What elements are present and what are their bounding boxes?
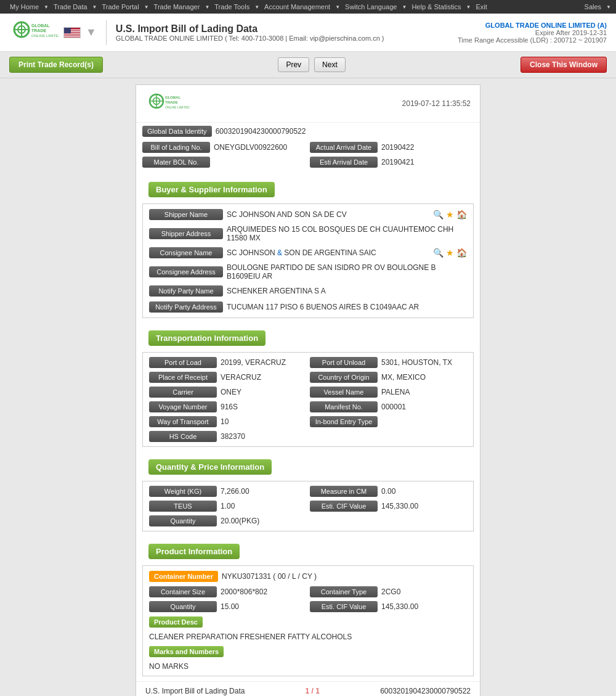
nav-my-home[interactable]: My Home — [5, 3, 44, 10]
us-flag — [63, 27, 81, 38]
bol-row: Bill of Lading No. ONEYGDLV00922600 Actu… — [136, 140, 480, 155]
place-of-receipt-label: Place of Receipt — [149, 372, 217, 383]
buyer-supplier-section: Buyer & Supplier Information — [142, 176, 474, 200]
svg-rect-14 — [64, 28, 71, 33]
quantity-price-section: Quantity & Price Information — [142, 453, 474, 478]
quantity-label: Quantity — [149, 515, 217, 526]
port-of-load-label: Port of Load — [149, 357, 217, 368]
voyage-number-value: 916S — [221, 403, 306, 411]
container-type-col: Container Type 2CG0 — [310, 586, 467, 597]
nav-trade-portal[interactable]: Trade Portal — [97, 3, 144, 10]
nav-trade-data[interactable]: Trade Data — [49, 3, 92, 10]
search-icon[interactable]: 🔍 — [433, 210, 444, 219]
next-button-top[interactable]: Next — [314, 57, 346, 72]
nav-trade-tools[interactable]: Trade Tools — [209, 3, 254, 10]
container-size-col: Container Size 2000*806*802 — [149, 586, 306, 597]
marks-value-row: NO MARKS — [143, 660, 473, 673]
document-area: GLOBAL TRADE ONLINE LIMITED 2019-07-12 1… — [0, 78, 616, 696]
page-title: U.S. Import Bill of Lading Data — [116, 23, 384, 35]
shipper-address-label: Shipper Address — [149, 228, 223, 239]
port-of-unload-label: Port of Unload — [310, 357, 378, 368]
nav-trade-manager[interactable]: Trade Manager — [149, 3, 205, 10]
notify-party-name-value: SCHENKER ARGENTINA S A — [227, 287, 467, 295]
container-number-row: Container Number NYKU3071331 ( 00 / L / … — [143, 568, 473, 584]
header-divider — [106, 20, 107, 45]
in-bond-entry-label: In-bond Entry Type — [310, 416, 378, 427]
esti-cif-col: Esti. CIF Value 145,330.00 — [310, 501, 467, 512]
vessel-name-col: Vessel Name PALENA — [310, 387, 467, 398]
print-button-top[interactable]: Print Trade Record(s) — [9, 57, 103, 73]
port-of-load-value: 20199, VERACRUZ — [221, 358, 306, 367]
carrier-value: ONEY — [221, 388, 306, 396]
header-bar: GLOBAL TRADE ONLINE LIMITED ▼ U.S. Impor… — [0, 14, 616, 52]
global-data-identity-value: 6003201904230000790522 — [216, 127, 474, 136]
country-of-origin-value: MX, MEXICO — [381, 373, 467, 382]
record-footer-id: 6003201904230000790522 — [380, 687, 471, 695]
place-of-receipt-value: VERACRUZ — [221, 373, 306, 382]
mater-bol-row: Mater BOL No. Esti Arrival Date 20190421 — [136, 155, 480, 170]
buyer-supplier-container: Shipper Name SC JOHNSON AND SON SA DE CV… — [142, 203, 474, 318]
marks-label-row: Marks and Numbers — [143, 644, 473, 660]
hs-code-row: HS Code 382370 — [143, 429, 473, 444]
way-of-transport-col: Way of Transport 10 — [149, 416, 306, 427]
product-cif-col: Esti. CIF Value 145,330.00 — [310, 601, 467, 612]
consignee-name-value: SC JOHNSON & SON DE ARGENTINA SAIC — [227, 248, 429, 257]
transportation-section: Transportation Information — [142, 324, 474, 349]
nav-help-statistics[interactable]: Help & Statistics — [407, 3, 466, 10]
container-size-value: 2000*806*802 — [221, 588, 306, 596]
in-bond-col: In-bond Entry Type — [310, 416, 467, 427]
star-icon[interactable]: ★ — [446, 210, 454, 219]
consignee-icons: 🔍 ★ 🏠 — [433, 248, 467, 258]
weight-value: 7,266.00 — [221, 487, 306, 496]
logo-area: GLOBAL TRADE ONLINE LIMITED ▼ — [9, 18, 97, 46]
svg-rect-12 — [64, 35, 81, 35]
nav-exit[interactable]: Exit — [471, 3, 492, 10]
esti-arrival-label: Esti Arrival Date — [310, 157, 378, 168]
product-section: Product Information — [142, 538, 474, 562]
flag-dropdown-icon[interactable]: ▼ — [86, 26, 97, 39]
consignee-address-value: BOULOGNE PARTIDO DE SAN ISIDRO PR OV BOU… — [227, 263, 467, 280]
product-esti-cif-label: Esti. CIF Value — [310, 601, 378, 612]
transport-inbond-row: Way of Transport 10 In-bond Entry Type — [143, 414, 473, 429]
carrier-vessel-row: Carrier ONEY Vessel Name PALENA — [143, 385, 473, 399]
shipper-name-value: SC JOHNSON AND SON SA DE CV — [227, 210, 429, 219]
manifest-no-value: 000001 — [381, 403, 467, 411]
container-number-label: Container Number — [149, 571, 218, 582]
bol-no-label: Bill of Lading No. — [142, 142, 210, 153]
notify-party-name-row: Notify Party Name SCHENKER ARGENTINA S A — [143, 283, 473, 299]
product-esti-cif-value: 145,330.00 — [381, 602, 467, 611]
home-icon[interactable]: 🏠 — [456, 210, 467, 219]
company-contact: GLOBAL TRADE ONLINE LIMITED ( Tel: 400-7… — [116, 35, 384, 42]
receipt-origin-row: Place of Receipt VERACRUZ Country of Ori… — [143, 370, 473, 385]
svg-rect-13 — [64, 36, 81, 36]
record-footer-label: U.S. Import Bill of Lading Data — [145, 687, 245, 695]
svg-text:GLOBAL: GLOBAL — [31, 23, 50, 28]
nav-switch-language[interactable]: Switch Language — [340, 3, 402, 10]
consignee-name-row: Consignee Name SC JOHNSON & SON DE ARGEN… — [143, 245, 473, 261]
esti-arrival-col: Esti Arrival Date 20190421 — [310, 157, 474, 168]
prev-button-top[interactable]: Prev — [278, 57, 309, 72]
top-toolbar: Print Trade Record(s) Prev Next Close Th… — [0, 52, 616, 78]
shipper-address-row: Shipper Address ARQUIMEDES NO 15 COL BOS… — [143, 223, 473, 245]
nav-account-management[interactable]: Account Management — [259, 3, 335, 10]
global-data-identity-label: Global Data Identity — [142, 126, 212, 137]
svg-text:ONLINE LIMITED: ONLINE LIMITED — [165, 105, 190, 109]
consignee-search-icon[interactable]: 🔍 — [433, 248, 444, 258]
nav-sales[interactable]: Sales — [580, 3, 607, 10]
consignee-home-icon[interactable]: 🏠 — [456, 248, 467, 258]
shipper-name-row: Shipper Name SC JOHNSON AND SON SA DE CV… — [143, 207, 473, 223]
product-desc-row: Product Desc — [143, 614, 473, 630]
notify-party-address-label: Notify Party Address — [149, 301, 223, 313]
marks-numbers-label: Marks and Numbers — [149, 646, 224, 657]
voyage-number-label: Voyage Number — [149, 401, 217, 412]
consignee-address-row: Consignee Address BOULOGNE PARTIDO DE SA… — [143, 261, 473, 283]
record-footer: U.S. Import Bill of Lading Data 1 / 1 60… — [136, 681, 480, 696]
product-desc-value-row: CLEANER PREPARATION FRESHENER FATTY ALCO… — [143, 630, 473, 644]
close-button-top[interactable]: Close This Window — [521, 57, 607, 73]
product-desc-value: CLEANER PREPARATION FRESHENER FATTY ALCO… — [149, 633, 467, 641]
product-quantity-label: Quantity — [149, 601, 217, 612]
header-title-area: U.S. Import Bill of Lading Data GLOBAL T… — [116, 23, 384, 42]
record-logo: GLOBAL TRADE ONLINE LIMITED — [145, 91, 213, 116]
quantity-row: Quantity 20.00(PKG) — [143, 514, 473, 528]
consignee-star-icon[interactable]: ★ — [446, 248, 454, 258]
